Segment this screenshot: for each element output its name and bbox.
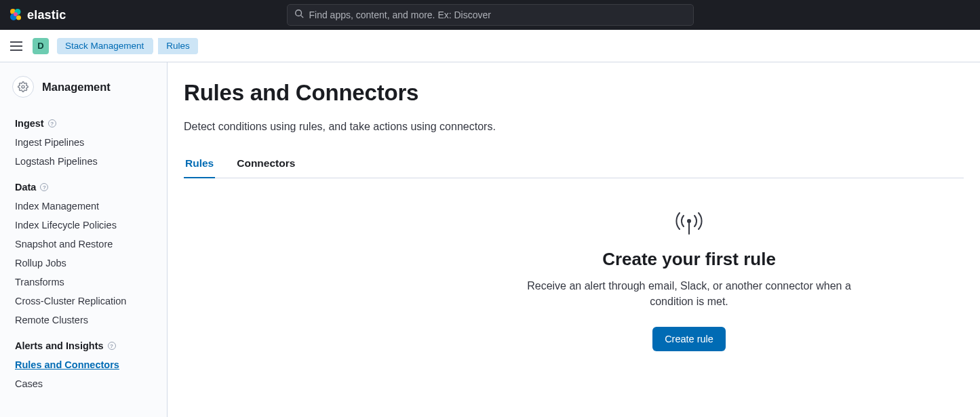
tab-bar: RulesConnectors — [184, 153, 964, 178]
tab[interactable]: Connectors — [235, 153, 296, 178]
sidebar-item[interactable]: Rollup Jobs — [0, 254, 167, 273]
search-icon — [294, 9, 304, 21]
brand-logo[interactable]: elastic — [8, 7, 66, 22]
page-title: Rules and Connectors — [184, 80, 964, 106]
elastic-logo-icon — [8, 7, 23, 22]
sidebar-item[interactable]: Remote Clusters — [0, 311, 167, 330]
tab[interactable]: Rules — [184, 153, 215, 178]
breadcrumb: Stack Management Rules — [57, 38, 198, 54]
sidebar-title: Management — [42, 81, 111, 94]
breadcrumb-separator — [152, 38, 158, 54]
sidebar-section-label: Alerts and Insights — [15, 340, 104, 351]
sidebar-item[interactable]: Cross-Cluster Replication — [0, 292, 167, 311]
space-selector[interactable]: D — [33, 38, 49, 54]
empty-state-title: Create your first rule — [602, 249, 776, 270]
svg-point-5 — [295, 10, 301, 16]
breadcrumb-item[interactable]: Stack Management — [57, 38, 152, 54]
sidebar-item[interactable]: Logstash Pipelines — [0, 152, 167, 171]
sidebar-section-title: Data? — [0, 171, 167, 197]
sidebar-section-label: Data — [15, 182, 36, 193]
sidebar-item[interactable]: Ingest Pipelines — [0, 133, 167, 152]
empty-state-description: Receive an alert through email, Slack, o… — [506, 278, 872, 309]
brand-name: elastic — [27, 8, 66, 22]
svg-line-6 — [300, 16, 303, 18]
main-content: Rules and Connectors Detect conditions u… — [168, 62, 980, 417]
help-icon[interactable]: ? — [108, 342, 116, 350]
sidebar-item[interactable]: Snapshot and Restore — [0, 235, 167, 254]
help-icon[interactable]: ? — [40, 183, 48, 191]
svg-point-3 — [16, 16, 21, 20]
global-search[interactable] — [287, 4, 694, 26]
svg-point-4 — [14, 12, 18, 16]
page-description: Detect conditions using rules, and take … — [184, 121, 964, 133]
sidebar-item[interactable]: Index Lifecycle Policies — [0, 216, 167, 235]
sidebar-section-title: Alerts and Insights? — [0, 330, 167, 355]
nav-toggle-button[interactable] — [8, 38, 24, 54]
sidebar-section-label: Ingest — [15, 118, 44, 129]
broadcast-icon — [674, 210, 704, 238]
create-rule-button[interactable]: Create rule — [652, 327, 726, 351]
sidebar-item[interactable]: Rules and Connectors — [0, 355, 167, 374]
sidebar-section-title: Ingest? — [0, 107, 167, 133]
sidebar-item[interactable]: Index Management — [0, 197, 167, 216]
sidebar-item[interactable]: Cases — [0, 374, 167, 393]
global-search-input[interactable] — [309, 9, 686, 20]
breadcrumb-item[interactable]: Rules — [158, 38, 198, 54]
svg-point-10 — [22, 85, 24, 88]
gear-icon — [12, 76, 34, 98]
help-icon[interactable]: ? — [48, 119, 56, 127]
sidebar: Management Ingest?Ingest PipelinesLogsta… — [0, 62, 168, 417]
sidebar-item[interactable]: Transforms — [0, 273, 167, 292]
empty-state: Create your first rule Receive an alert … — [184, 210, 964, 351]
sub-header: D Stack Management Rules — [0, 30, 980, 62]
top-header: elastic — [0, 0, 980, 30]
